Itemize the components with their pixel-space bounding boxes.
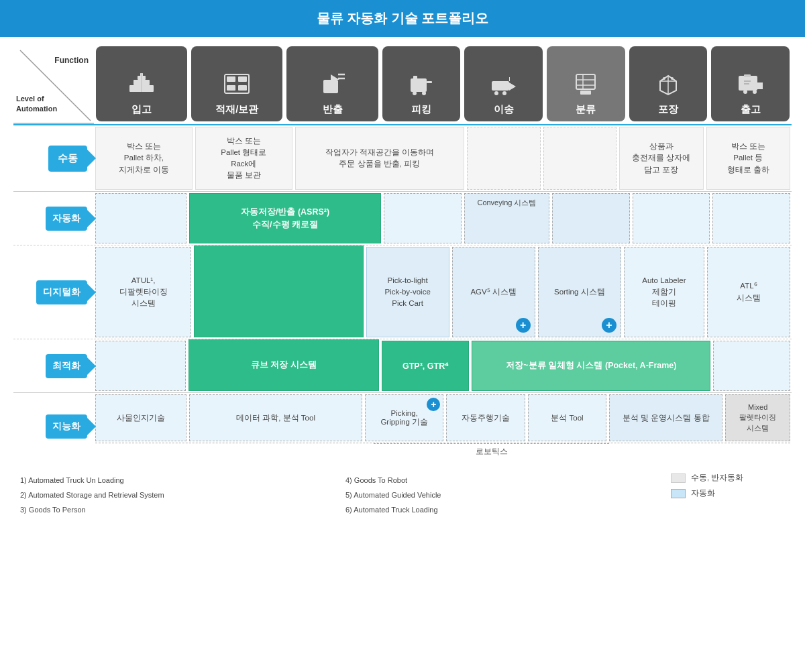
inbound-label: 입고	[131, 103, 152, 116]
row-manual: 수동 박스 또는Pallet 하차,지게차로 이동 박스 또는Pallet 형태…	[13, 124, 792, 191]
svg-point-17	[413, 91, 417, 95]
row-ai: 지능화 사물인지기술 데이터 과학, 분석 Tool Pickin	[13, 392, 792, 459]
outbound-label: 반출	[323, 103, 343, 116]
optimal-badge: 최적화	[46, 354, 87, 378]
cell-optimal-storage-outbound: 큐브 저장 시스템	[189, 339, 379, 391]
svg-rect-11	[323, 80, 338, 93]
robotics-label: 로보틱스	[374, 443, 610, 459]
level-label-auto: 자동화	[13, 192, 94, 245]
digital-cells: ATUL¹,디팔렛타이징시스템 Pick-to-lightPick-by-voi…	[94, 245, 792, 339]
footnote-1: 1) Automated Truck Un Loading	[20, 473, 332, 488]
col-header-picking: 피킹	[382, 46, 461, 121]
cell-digital-transfer: AGV⁵ 시스템 +	[452, 247, 535, 337]
function-axis-label: Function	[54, 56, 89, 65]
automation-axis-label: Level ofAutomation	[16, 94, 57, 113]
footnote-6: 6) Automated Truck Loading	[345, 502, 657, 517]
cell-manual-storage: 박스 또는Pallet 형태로Rack에물품 보관	[195, 127, 292, 190]
svg-point-18	[422, 91, 426, 95]
manual-cells: 박스 또는Pallet 하차,지게차로 이동 박스 또는Pallet 형태로Ra…	[94, 125, 792, 191]
row-digital: 디지털화 ATUL¹,디팔렛타이징시스템 Pick-to-lightPick-b…	[13, 245, 792, 339]
svg-marker-21	[509, 82, 516, 91]
svg-rect-29	[580, 91, 591, 95]
transfer-icon	[490, 76, 517, 101]
plus-sorting[interactable]: +	[602, 318, 616, 333]
header: 물류 자동화 기술 포트폴리오	[0, 0, 805, 37]
cell-digital-sorting: Sorting 시스템 +	[538, 247, 621, 337]
shipping-icon	[737, 73, 764, 101]
level-label-manual: 수동	[13, 125, 94, 191]
cell-ai-transfer: 자동주행기술	[446, 394, 525, 441]
storage-label: 적재/보관	[215, 103, 258, 116]
level-label-digital: 디지털화	[13, 245, 94, 339]
footnote-3: 3) Goods To Person	[20, 502, 332, 517]
plus-picking-ai[interactable]: +	[427, 398, 440, 411]
cell-auto-sorting	[552, 193, 630, 243]
cell-ai-storage: 데이터 과학, 분석 Tool	[189, 394, 362, 441]
legend-auto-item: 자동화	[671, 488, 792, 498]
level-label-ai: 지능화	[13, 393, 94, 459]
cell-auto-packing	[633, 193, 710, 243]
svg-rect-10	[238, 85, 247, 91]
svg-rect-9	[227, 85, 235, 91]
footnotes-left: 1) Automated Truck Un Loading 2) Automat…	[20, 473, 332, 517]
svg-rect-8	[238, 76, 247, 82]
auto-badge: 자동화	[46, 207, 87, 231]
page-title: 물류 자동화 기술 포트폴리오	[317, 11, 489, 25]
row-optimal: 최적화 큐브 저장 시스템 GTP³, GTR⁴ 저장~분류 일체형 시스템 (…	[13, 339, 792, 392]
footnotes-section: 1) Automated Truck Un Loading 2) Automat…	[13, 473, 792, 517]
cell-manual-transfer	[467, 127, 541, 190]
header-row: Function Level ofAutomation 입고	[13, 44, 792, 124]
sorting-icon	[574, 73, 598, 101]
footnote-4: 4) Goods To Robot	[345, 473, 657, 488]
svg-rect-7	[227, 76, 235, 82]
transfer-label: 이송	[494, 103, 514, 116]
cell-optimal-picking: GTP³, GTR⁴	[382, 341, 470, 391]
page-wrapper: 물류 자동화 기술 포트폴리오 Function Level ofAutomat…	[0, 0, 805, 530]
svg-point-22	[494, 91, 498, 95]
main-content: Function Level ofAutomation 입고	[0, 37, 805, 530]
cell-digital-packing: Auto Labeler제함기테이핑	[624, 247, 704, 337]
storage-icon	[223, 73, 250, 101]
col-header-inbound: 입고	[96, 46, 187, 121]
svg-rect-32	[739, 76, 757, 91]
outbound-icon	[319, 73, 346, 101]
plus-transfer[interactable]: +	[516, 318, 531, 333]
cell-auto-transfer: Conveying 시스템	[464, 193, 550, 243]
svg-rect-16	[413, 76, 417, 80]
svg-rect-20	[492, 81, 509, 91]
cell-optimal-inbound	[95, 341, 186, 391]
cell-manual-outbound-picking: 작업자가 적재공간을 이동하며주문 상품을 반출, 피킹	[295, 127, 464, 190]
cell-digital-shipping: ATL⁶시스템	[707, 247, 790, 337]
ai-cells-wrapper: 사물인지기술 데이터 과학, 분석 Tool Picking,Gripping …	[94, 393, 792, 459]
footnote-2: 2) Automated Storage and Retrieval Syste…	[20, 488, 332, 502]
col-header-outbound: 반출	[286, 46, 378, 121]
cell-manual-shipping: 박스 또는Pallet 등형태로 출하	[706, 127, 791, 190]
row-auto: 자동화 자동저장/반출 (ASRS²)수직/수평 캐로젤 Conveying 시…	[13, 191, 792, 245]
ai-badge: 지능화	[46, 414, 87, 439]
svg-point-36	[743, 90, 747, 94]
footnotes-right: 4) Goods To Robot 5) Automated Guided Ve…	[345, 473, 657, 517]
sorting-label: 분류	[576, 103, 596, 116]
portfolio-grid: Function Level ofAutomation 입고	[13, 44, 792, 459]
legend-auto-label: 자동화	[691, 488, 715, 498]
column-headers: 입고 적재/보관 반출	[94, 44, 792, 124]
cell-auto-shipping	[712, 193, 790, 243]
col-header-packing: 포장	[629, 46, 708, 121]
cell-optimal-span: 저장~분류 일체형 시스템 (Pocket, A-Frame)	[472, 341, 710, 391]
cell-ai-inbound: 사물인지기술	[95, 394, 186, 441]
svg-rect-33	[744, 74, 751, 77]
shipping-label: 출고	[741, 103, 761, 116]
cell-auto-picking	[384, 193, 462, 243]
packing-label: 포장	[658, 103, 678, 116]
svg-point-37	[753, 90, 757, 94]
picking-icon	[409, 73, 433, 101]
footnote-5: 5) Automated Guided Vehicle	[345, 488, 657, 502]
cell-ai-picking: Picking,Gripping 기술 +	[365, 394, 443, 441]
cell-digital-picking: Pick-to-lightPick-by-voicePick Cart	[366, 247, 449, 337]
axis-header-cell: Function Level ofAutomation	[13, 44, 94, 124]
picking-label: 피킹	[411, 103, 431, 116]
robotics-row: 로보틱스	[95, 443, 790, 459]
cell-manual-inbound: 박스 또는Pallet 하차,지게차로 이동	[95, 127, 193, 190]
manual-badge: 수동	[48, 146, 87, 172]
cell-auto-inbound	[95, 193, 186, 243]
